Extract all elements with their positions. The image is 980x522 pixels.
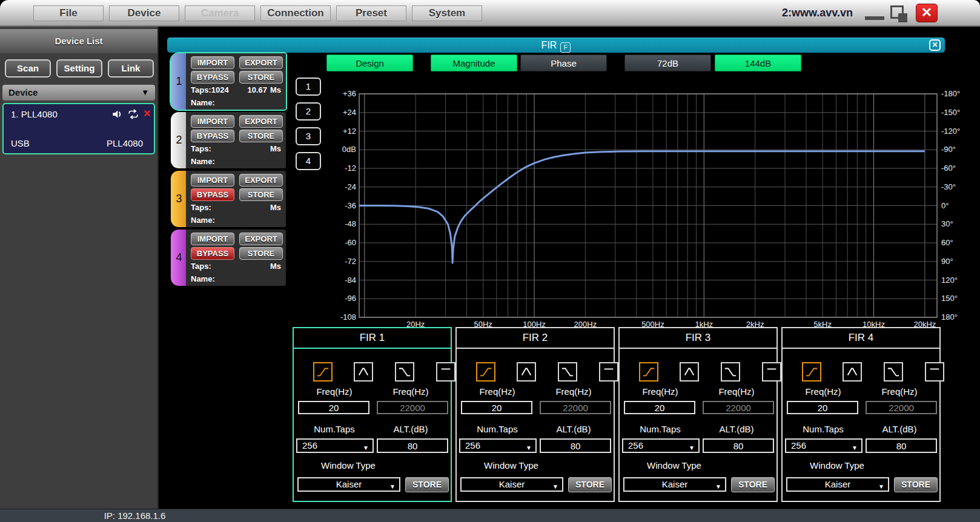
alt-db-label: ALT.(dB) — [700, 424, 773, 434]
panel-store-button[interactable]: STORE — [894, 477, 938, 492]
window-type-select[interactable]: Kaiser▼ — [297, 477, 400, 492]
channel-strip-4[interactable]: 4 IMPORT EXPORT BYPASS STORE Taps: Ms Na… — [171, 230, 286, 286]
menu-system[interactable]: System — [412, 5, 482, 21]
export-button[interactable]: EXPORT — [239, 174, 283, 187]
channel-strip-3[interactable]: 3 IMPORT EXPORT BYPASS STORE Taps: Ms Na… — [171, 171, 286, 227]
filter-lowpass-button[interactable] — [721, 362, 740, 382]
filter-bandpass-button[interactable] — [517, 362, 536, 382]
freq-high-input[interactable] — [866, 401, 937, 414]
import-button[interactable]: IMPORT — [191, 56, 234, 69]
restore-icon[interactable] — [890, 5, 907, 22]
range-144db-button[interactable]: 144dB — [715, 55, 801, 71]
filter-highpass-button[interactable] — [476, 362, 495, 382]
num-taps-select[interactable]: 256▼ — [296, 438, 374, 453]
device-port: USB — [11, 138, 30, 148]
ip-address: IP: 192.168.1.6 — [0, 510, 270, 521]
select-channel-1-button[interactable]: 1 — [296, 78, 321, 96]
fir-close-icon[interactable]: ✕ — [929, 39, 941, 51]
menu-file[interactable]: File — [33, 5, 104, 21]
window-type-select[interactable]: Kaiser▼ — [623, 477, 726, 492]
freq-low-input[interactable] — [624, 401, 695, 414]
num-taps-label: Num.Taps — [623, 424, 697, 434]
freq-low-label: Freq(Hz) — [297, 386, 371, 397]
num-taps-select[interactable]: 256▼ — [459, 438, 537, 453]
fir-window-titlebar[interactable]: FIRF ✕ — [167, 38, 945, 53]
panel-store-button[interactable]: STORE — [405, 477, 449, 492]
panel-store-button[interactable]: STORE — [731, 477, 775, 492]
freq-high-input[interactable] — [540, 401, 611, 414]
channel-1-tab[interactable]: 1 — [171, 53, 187, 110]
device-group-dropdown[interactable]: Device ▼ — [2, 85, 155, 101]
alt-db-input[interactable] — [377, 438, 448, 453]
freq-high-input[interactable] — [377, 401, 448, 414]
filter-bandpass-button[interactable] — [843, 362, 862, 382]
filter-flat-button[interactable] — [599, 362, 618, 382]
window-type-select[interactable]: Kaiser▼ — [460, 477, 563, 492]
channel-4-tab[interactable]: 4 — [171, 230, 187, 286]
filter-flat-button[interactable] — [762, 362, 781, 382]
ms-unit: Ms — [270, 85, 281, 94]
store-button[interactable]: STORE — [239, 130, 283, 142]
bypass-button-active[interactable]: BYPASS — [191, 188, 234, 201]
store-button[interactable]: STORE — [239, 247, 283, 260]
filter-highpass-button[interactable] — [802, 362, 821, 382]
filter-flat-button[interactable] — [925, 362, 944, 382]
status-bar: IP: 192.168.1.6 — [0, 509, 980, 522]
freq-low-input[interactable] — [787, 401, 858, 414]
magnitude-button[interactable]: Magnitude — [431, 55, 517, 71]
export-button[interactable]: EXPORT — [239, 56, 283, 69]
filter-bandpass-button[interactable] — [354, 362, 373, 382]
select-channel-3-button[interactable]: 3 — [296, 127, 321, 145]
export-button[interactable]: EXPORT — [239, 233, 283, 245]
window-type-select[interactable]: Kaiser▼ — [786, 477, 889, 492]
channel-strip-1[interactable]: 1 IMPORT EXPORT BYPASS STORE Taps:1024 1… — [171, 53, 286, 110]
filter-highpass-button[interactable] — [313, 362, 333, 382]
alt-db-input[interactable] — [866, 438, 937, 453]
menu-preset[interactable]: Preset — [336, 5, 406, 21]
channel-3-tab[interactable]: 3 — [171, 171, 187, 227]
freq-low-input[interactable] — [298, 401, 369, 414]
filter-highpass-button[interactable] — [639, 362, 658, 382]
speaker-icon[interactable] — [111, 109, 123, 122]
menu-device[interactable]: Device — [109, 5, 179, 21]
alt-db-input[interactable] — [703, 438, 774, 453]
channel-2-tab[interactable]: 2 — [171, 112, 187, 168]
filter-lowpass-button[interactable] — [395, 362, 414, 382]
store-button[interactable]: STORE — [239, 188, 283, 201]
alt-db-input[interactable] — [540, 438, 611, 453]
store-button[interactable]: STORE — [239, 71, 283, 84]
device-remove-icon[interactable]: ✕ — [143, 108, 151, 119]
scan-button[interactable]: Scan — [5, 59, 51, 78]
num-taps-select[interactable]: 256▼ — [622, 438, 700, 453]
select-channel-2-button[interactable]: 2 — [296, 102, 321, 121]
select-channel-4-button[interactable]: 4 — [296, 152, 321, 170]
filter-lowpass-button[interactable] — [884, 362, 903, 382]
num-taps-select[interactable]: 256▼ — [785, 438, 862, 453]
device-item-pll4080[interactable]: 1. PLL4080 ✕ USB PLL4080 — [2, 103, 155, 154]
filter-bandpass-button[interactable] — [680, 362, 699, 382]
channel-strip-2[interactable]: 2 IMPORT EXPORT BYPASS STORE Taps: Ms Na… — [171, 112, 286, 168]
panel-store-button[interactable]: STORE — [568, 477, 612, 492]
bypass-button[interactable]: BYPASS — [191, 71, 234, 84]
svg-text:-108: -108 — [340, 312, 356, 322]
freq-high-input[interactable] — [703, 401, 774, 414]
import-button[interactable]: IMPORT — [191, 115, 234, 128]
import-button[interactable]: IMPORT — [191, 233, 234, 245]
minimize-icon[interactable] — [865, 16, 884, 20]
export-button[interactable]: EXPORT — [239, 115, 283, 128]
freq-low-input[interactable] — [461, 401, 532, 414]
phase-button[interactable]: Phase — [520, 55, 607, 71]
range-72db-button[interactable]: 72dB — [624, 55, 711, 71]
menu-connection[interactable]: Connection — [260, 5, 331, 21]
link-button[interactable]: Link — [108, 59, 154, 78]
design-button[interactable]: Design — [326, 55, 413, 71]
setting-button[interactable]: Setting — [56, 59, 102, 78]
bypass-button-active[interactable]: BYPASS — [191, 247, 234, 260]
svg-text:90°: 90° — [941, 257, 953, 266]
close-icon[interactable]: ✕ — [916, 4, 938, 22]
filter-lowpass-button[interactable] — [558, 362, 577, 382]
filter-flat-button[interactable] — [436, 362, 455, 382]
bypass-button[interactable]: BYPASS — [191, 130, 234, 142]
loop-link-icon[interactable] — [127, 109, 139, 122]
import-button[interactable]: IMPORT — [191, 174, 234, 187]
